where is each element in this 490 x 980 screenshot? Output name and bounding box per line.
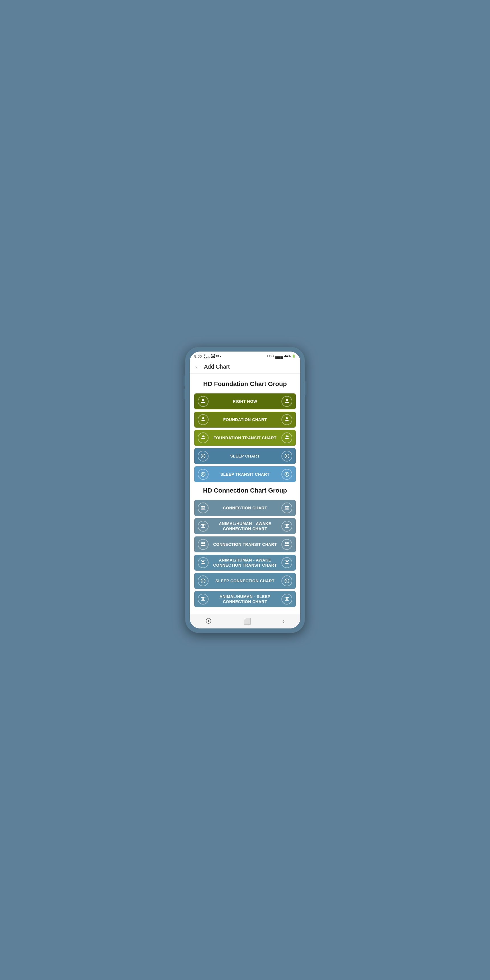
animal-awake-connection-label: ANIMAL/HUMAN - AWAKE CONNECTION CHART — [208, 521, 282, 531]
connection-transit-icon-right — [282, 539, 292, 550]
sleep-transit-label: SLEEP TRANSIT CHART — [208, 472, 282, 477]
svg-point-29 — [201, 597, 202, 598]
svg-point-12 — [202, 524, 204, 526]
animal-awake-transit-icon-right — [282, 557, 292, 568]
svg-point-14 — [205, 524, 206, 525]
svg-point-19 — [203, 542, 205, 544]
phone-frame: 8:00 0KB/s 🖼 ✉ • LTE+ ▄▄▄ 44% 🔋 ← Add Ch… — [185, 347, 305, 633]
status-icons: 🖼 ✉ — [211, 354, 219, 358]
connection-group-title: HD Connection Chart Group — [194, 487, 296, 494]
sleep-connection-icon-right — [282, 576, 292, 586]
power-button[interactable] — [305, 381, 307, 395]
status-battery: 44% — [284, 355, 291, 358]
sleep-connection-icon-left — [198, 576, 208, 586]
content-area: HD Foundation Chart Group RIGHT NOW FOUN… — [190, 374, 300, 614]
sleep-transit-chart-button[interactable]: SLEEP TRANSIT CHART — [194, 466, 296, 482]
battery-icon: 🔋 — [292, 355, 296, 358]
svg-point-3 — [286, 417, 288, 419]
svg-point-5 — [204, 436, 205, 437]
status-kb: 0KB/s — [204, 353, 210, 359]
animal-sleep-connection-label: ANIMAL/HUMAN - SLEEP CONNECTION CHART — [208, 594, 282, 604]
svg-point-20 — [285, 542, 286, 544]
svg-point-2 — [202, 417, 204, 419]
sleep-chart-button[interactable]: SLEEP CHART — [194, 448, 296, 464]
svg-point-7 — [288, 436, 289, 437]
connection-chart-icon-left — [198, 503, 208, 513]
foundation-chart-label: FOUNDATION CHART — [208, 417, 282, 422]
foundation-transit-label: FOUNDATION TRANSIT CHART — [208, 435, 282, 441]
app-bar: ← Add Chart — [190, 360, 300, 374]
animal-awake-connection-icon-right — [282, 521, 292, 531]
animal-sleep-connection-icon-right — [282, 594, 292, 605]
right-now-button[interactable]: RIGHT NOW — [194, 393, 296, 409]
animal-sleep-connection-button[interactable]: ANIMAL/HUMAN - SLEEP CONNECTION CHART — [194, 591, 296, 607]
foundation-chart-icon-right — [282, 414, 292, 425]
svg-point-28 — [202, 597, 204, 598]
svg-point-22 — [202, 560, 204, 562]
home-button[interactable]: ⬜ — [243, 617, 251, 625]
svg-point-18 — [201, 542, 203, 544]
svg-point-11 — [287, 506, 289, 508]
svg-point-1 — [286, 399, 288, 401]
svg-point-30 — [205, 597, 206, 598]
right-now-icon-right — [282, 396, 292, 407]
svg-point-9 — [203, 506, 205, 508]
svg-point-23 — [201, 560, 202, 562]
right-now-label: RIGHT NOW — [208, 399, 282, 404]
right-now-icon-left — [198, 396, 208, 407]
recents-button[interactable]: ⦿ — [205, 617, 212, 625]
svg-point-25 — [286, 560, 288, 562]
animal-awake-transit-label: ANIMAL/HUMAN - AWAKE CONNECTION TRANSIT … — [208, 557, 282, 568]
back-button[interactable]: ← — [194, 363, 200, 370]
status-signal-bars: ▄▄▄ — [275, 354, 283, 358]
foundation-transit-chart-button[interactable]: FOUNDATION TRANSIT CHART — [194, 430, 296, 446]
status-bar: 8:00 0KB/s 🖼 ✉ • LTE+ ▄▄▄ 44% 🔋 — [190, 352, 300, 360]
animal-sleep-connection-icon-left — [198, 594, 208, 605]
svg-point-0 — [202, 399, 204, 401]
back-nav-button[interactable]: ‹ — [282, 617, 284, 625]
sleep-connection-button[interactable]: SLEEP CONNECTION CHART — [194, 573, 296, 589]
svg-point-21 — [287, 542, 289, 544]
sleep-chart-label: SLEEP CHART — [208, 453, 282, 459]
foundation-chart-icon-left — [198, 414, 208, 425]
phone-screen: 8:00 0KB/s 🖼 ✉ • LTE+ ▄▄▄ 44% 🔋 ← Add Ch… — [190, 352, 300, 628]
status-lte: LTE+ — [267, 355, 274, 358]
sleep-chart-icon-right — [282, 451, 292, 461]
connection-chart-label: CONNECTION CHART — [208, 505, 282, 511]
svg-point-32 — [285, 597, 286, 598]
app-bar-title: Add Chart — [204, 364, 230, 370]
svg-point-31 — [286, 597, 288, 598]
status-time: 8:00 — [194, 354, 202, 358]
volume-up-button[interactable] — [183, 375, 185, 386]
sleep-transit-icon-left — [198, 469, 208, 480]
sleep-chart-icon-left — [198, 451, 208, 461]
svg-point-33 — [288, 597, 290, 598]
svg-point-26 — [285, 560, 286, 562]
svg-point-17 — [288, 524, 290, 525]
svg-point-8 — [201, 506, 203, 508]
svg-point-15 — [286, 524, 288, 526]
connection-transit-button[interactable]: CONNECTION TRANSIT CHART — [194, 536, 296, 552]
connection-chart-button[interactable]: CONNECTION CHART — [194, 500, 296, 516]
svg-point-13 — [201, 524, 202, 525]
svg-point-10 — [285, 506, 286, 508]
svg-point-27 — [288, 560, 290, 562]
foundation-group-title: HD Foundation Chart Group — [194, 380, 296, 388]
connection-chart-icon-right — [282, 503, 292, 513]
animal-awake-connection-icon-left — [198, 521, 208, 531]
volume-down-button[interactable] — [183, 389, 185, 399]
sleep-connection-label: SLEEP CONNECTION CHART — [208, 578, 282, 584]
foundation-transit-icon-right — [282, 433, 292, 443]
svg-point-24 — [205, 560, 206, 562]
foundation-chart-button[interactable]: FOUNDATION CHART — [194, 412, 296, 428]
svg-point-6 — [286, 435, 288, 437]
connection-transit-label: CONNECTION TRANSIT CHART — [208, 542, 282, 547]
foundation-transit-icon-left — [198, 433, 208, 443]
svg-point-16 — [285, 524, 286, 525]
animal-awake-transit-icon-left — [198, 557, 208, 568]
connection-transit-icon-left — [198, 539, 208, 550]
svg-point-4 — [202, 435, 204, 437]
animal-awake-transit-button[interactable]: ANIMAL/HUMAN - AWAKE CONNECTION TRANSIT … — [194, 555, 296, 571]
nav-bar: ⦿ ⬜ ‹ — [190, 614, 300, 628]
animal-awake-connection-button[interactable]: ANIMAL/HUMAN - AWAKE CONNECTION CHART — [194, 518, 296, 534]
